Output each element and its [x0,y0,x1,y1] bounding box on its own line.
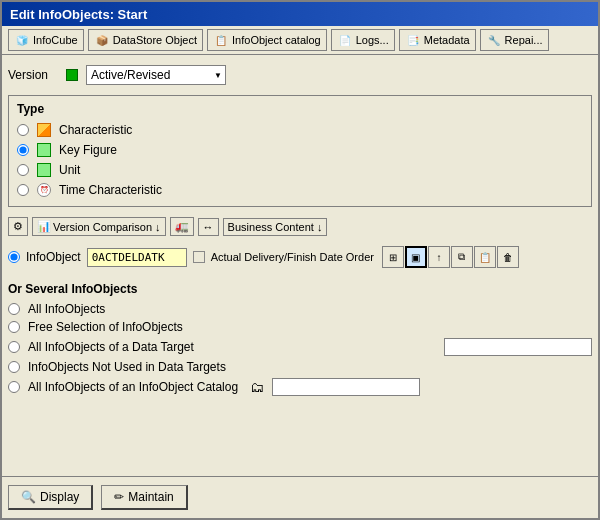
all-infoobjects-radio[interactable] [8,303,20,315]
main-window: Edit InfoObjects: Start 🧊 InfoCube 📦 Dat… [0,0,600,520]
maintain-button[interactable]: ✏ Maintain [101,485,187,510]
type-unit-label: Unit [59,163,80,177]
toolbar-logs[interactable]: 📄 Logs... [331,29,395,51]
free-selection-row: Free Selection of InfoObjects [8,320,592,334]
title-bar: Edit InfoObjects: Start [2,2,598,26]
keyfigure-icon [35,142,53,158]
maintain-icon: ✏ [114,490,124,504]
settings-icon: ⚙ [13,220,23,233]
business-content-btn[interactable]: Business Content ↓ [223,218,328,236]
top-toolbar: 🧊 InfoCube 📦 DataStore Object 📋 InfoObje… [2,26,598,55]
toolbar-icon-1[interactable]: ⚙ [8,217,28,236]
secondary-toolbar: ⚙ 📊 Version Comparison ↓ 🚛 ↔ Business Co… [8,213,592,240]
transport-btn[interactable]: 🚛 [170,217,194,236]
type-keyfigure-label: Key Figure [59,143,117,157]
toolbar-infoobject-catalog[interactable]: 📋 InfoObject catalog [207,29,327,51]
where-used-btn[interactable]: ↔ [198,218,219,236]
type-time-label: Time Characteristic [59,183,162,197]
not-used-row: InfoObjects Not Used in Data Targets [8,360,592,374]
all-of-catalog-row: All InfoObjects of an InfoObject Catalog… [8,378,592,396]
all-of-data-target-label: All InfoObjects of a Data Target [28,340,194,354]
all-infoobjects-row: All InfoObjects [8,302,592,316]
bottom-buttons-bar: 🔍 Display ✏ Maintain [2,476,598,518]
toolbar-repair-label: Repai... [505,34,543,46]
version-comparison-label: Version Comparison ↓ [53,221,161,233]
all-of-data-target-radio[interactable] [8,341,20,353]
infoobject-label: InfoObject [26,250,81,264]
free-selection-label: Free Selection of InfoObjects [28,320,183,334]
type-unit-row: Unit [17,162,583,178]
arrow-up-icon-btn[interactable]: ↑ [428,246,450,268]
infoobject-square-icon [193,251,205,263]
version-comparison-icon: 📊 [37,220,51,233]
not-used-label: InfoObjects Not Used in Data Targets [28,360,226,374]
select-icon-btn[interactable]: ▣ [405,246,427,268]
version-label: Version [8,68,58,82]
window-title: Edit InfoObjects: Start [10,7,147,22]
toolbar-datastore[interactable]: 📦 DataStore Object [88,29,203,51]
catalog-icon: 🗂 [250,379,264,395]
logs-icon: 📄 [337,32,353,48]
toolbar-infocube[interactable]: 🧊 InfoCube [8,29,84,51]
infoobject-row: InfoObject Actual Delivery/Finish Date O… [8,246,592,268]
infoobject-input[interactable] [87,248,187,267]
copy-icon-btn[interactable]: ⧉ [451,246,473,268]
content-area: Version Active/Revised Active Revised Ty… [2,55,598,476]
type-keyfigure-radio[interactable] [17,144,29,156]
toolbar-metadata[interactable]: 📑 Metadata [399,29,476,51]
type-unit-radio[interactable] [17,164,29,176]
data-target-input[interactable] [444,338,592,356]
infocube-icon: 🧊 [14,32,30,48]
grid-icon-btn[interactable]: ⊞ [382,246,404,268]
display-label: Display [40,490,79,504]
delete-icon-btn[interactable]: 🗑 [497,246,519,268]
version-select-wrapper: Active/Revised Active Revised [86,65,226,85]
toolbar-infoobject-catalog-label: InfoObject catalog [232,34,321,46]
time-icon: ⏰ [35,182,53,198]
type-characteristic-row: Characteristic [17,122,583,138]
toolbar-repair[interactable]: 🔧 Repai... [480,29,549,51]
type-time-radio[interactable] [17,184,29,196]
infoobject-radio[interactable] [8,251,20,263]
metadata-icon: 📑 [405,32,421,48]
toolbar-metadata-label: Metadata [424,34,470,46]
infoobject-desc: Actual Delivery/Finish Date Order [211,251,374,263]
or-several-section: Or Several InfoObjects All InfoObjects F… [8,282,592,396]
type-characteristic-label: Characteristic [59,123,132,137]
datastore-icon: 📦 [94,32,110,48]
all-of-catalog-label: All InfoObjects of an InfoObject Catalog [28,380,238,394]
paste-icon-btn[interactable]: 📋 [474,246,496,268]
toolbar-infocube-label: InfoCube [33,34,78,46]
version-row: Version Active/Revised Active Revised [8,61,592,89]
all-infoobjects-label: All InfoObjects [28,302,105,316]
transport-icon: 🚛 [175,220,189,233]
version-select[interactable]: Active/Revised Active Revised [86,65,226,85]
catalog-input[interactable] [272,378,420,396]
type-keyfigure-row: Key Figure [17,142,583,158]
display-button[interactable]: 🔍 Display [8,485,93,510]
type-characteristic-radio[interactable] [17,124,29,136]
all-of-data-target-row: All InfoObjects of a Data Target [8,338,592,356]
toolbar-datastore-label: DataStore Object [113,34,197,46]
or-several-title: Or Several InfoObjects [8,282,592,296]
unit-icon [35,162,53,178]
version-active-indicator [66,69,78,81]
infoobject-catalog-icon: 📋 [213,32,229,48]
type-time-row: ⏰ Time Characteristic [17,182,583,198]
type-section: Type Characteristic Key Figure [8,95,592,207]
not-used-radio[interactable] [8,361,20,373]
maintain-label: Maintain [128,490,173,504]
version-comparison-btn[interactable]: 📊 Version Comparison ↓ [32,217,166,236]
where-used-icon: ↔ [203,221,214,233]
characteristic-icon [35,122,53,138]
toolbar-logs-label: Logs... [356,34,389,46]
display-icon: 🔍 [21,490,36,504]
business-content-label: Business Content ↓ [228,221,323,233]
all-of-catalog-radio[interactable] [8,381,20,393]
free-selection-radio[interactable] [8,321,20,333]
type-radio-group: Characteristic Key Figure Unit [17,122,583,198]
repair-icon: 🔧 [486,32,502,48]
type-label: Type [17,102,583,116]
